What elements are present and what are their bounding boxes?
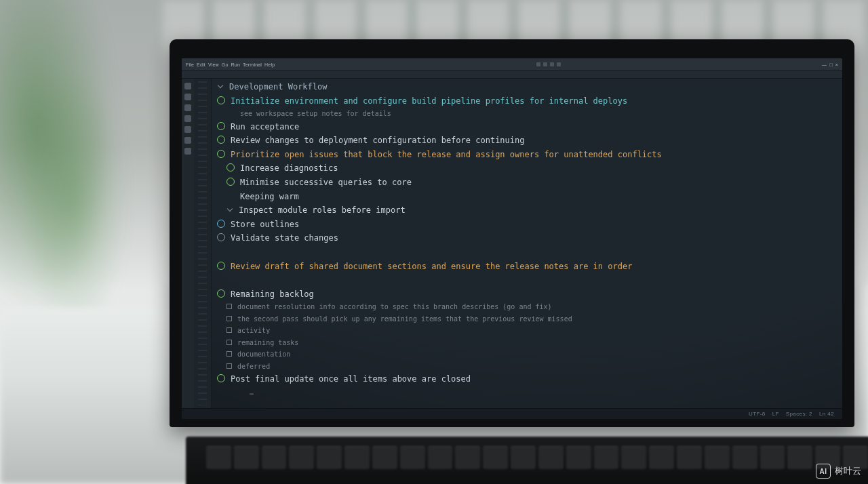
outline-item[interactable]: Review changes to deployment configurati…: [217, 134, 835, 148]
outline-item[interactable]: Remaining backlog: [217, 287, 835, 302]
outline-item[interactable]: Review draft of shared document sections…: [217, 260, 835, 274]
bullet-neutral-icon: [217, 233, 225, 241]
editor-pane[interactable]: Development WorkflowInitialize environme…: [212, 79, 842, 408]
checkbox-icon: [226, 304, 232, 309]
checkbox-icon: [226, 327, 232, 333]
line-text: Review changes to deployment configurati…: [231, 134, 835, 147]
watermark-text: 树叶云: [835, 465, 861, 477]
bullet-open-icon: [226, 178, 235, 186]
toolbar: [182, 70, 842, 79]
outline-item[interactable]: Keeping warm: [226, 190, 835, 204]
chevron-down-icon: [226, 207, 233, 214]
bullet-open-icon: [217, 96, 225, 104]
line-text: Run acceptance: [231, 121, 835, 134]
line-text: document resolution info according to sp…: [237, 302, 835, 312]
menu-item[interactable]: Terminal: [243, 62, 262, 67]
menu-item[interactable]: Run: [231, 62, 240, 67]
status-cursor[interactable]: Ln 42: [819, 411, 834, 417]
menu-item[interactable]: File: [186, 62, 194, 67]
checkbox-icon: [226, 340, 232, 345]
outline-blank: [217, 273, 835, 287]
outline-note[interactable]: …: [236, 386, 835, 399]
checkbox-icon: [226, 363, 232, 369]
bullet-open-icon: [217, 289, 225, 298]
activity-bar: [182, 79, 194, 408]
settings-icon[interactable]: [184, 148, 191, 155]
window-close-icon[interactable]: ×: [835, 62, 838, 67]
workarea: Development WorkflowInitialize environme…: [182, 79, 842, 408]
toolbar-pill-icon: [536, 62, 540, 66]
bullet-open-icon: [217, 150, 225, 158]
line-text: documentation: [237, 349, 835, 360]
scm-icon[interactable]: [184, 104, 191, 111]
outline-note[interactable]: activity: [226, 325, 835, 337]
search-icon[interactable]: [184, 94, 191, 100]
laptop-keyboard: [186, 437, 868, 484]
outline-note[interactable]: documentation: [226, 348, 835, 361]
window-minimize-icon[interactable]: —: [822, 62, 827, 67]
toolbar-pill-icon: [557, 62, 561, 66]
outline-item[interactable]: Prioritize open issues that block the re…: [217, 148, 835, 162]
outline-item[interactable]: Run acceptance: [217, 120, 835, 134]
laptop-frame: File Edit View Go Run Terminal Help — □ …: [170, 39, 854, 427]
outline-heading[interactable]: Development Workflow: [217, 80, 835, 94]
background-plant: [0, 0, 149, 352]
line-number-gutter: [194, 79, 212, 408]
line-text: Keeping warm: [240, 190, 835, 203]
menu-item[interactable]: Edit: [197, 62, 205, 67]
line-text: …: [250, 387, 835, 398]
outline-item[interactable]: Validate state changes: [217, 231, 835, 245]
outline-item[interactable]: Increase diagnostics: [226, 161, 835, 176]
debug-icon[interactable]: [184, 115, 191, 122]
outline-blank: [217, 245, 835, 260]
outline-note[interactable]: deferred: [226, 361, 835, 373]
outline-item[interactable]: Store outlines: [217, 218, 835, 232]
line-text: Inspect module roles before import: [239, 204, 835, 217]
line-text: Initialize environment and configure bui…: [231, 95, 835, 108]
outline-item[interactable]: Post final update once all items above a…: [217, 372, 835, 386]
line-text: deferred: [237, 361, 835, 372]
files-icon[interactable]: [184, 83, 191, 89]
menu-item[interactable]: Go: [222, 62, 229, 67]
line-text: Review draft of shared document sections…: [231, 260, 835, 273]
outline-note[interactable]: the second pass should pick up any remai…: [226, 313, 835, 325]
chevron-down-icon: [217, 83, 224, 90]
outline-note[interactable]: see workspace setup notes for details: [226, 108, 835, 120]
line-text: Validate state changes: [231, 232, 835, 245]
line-text: the second pass should pick up any remai…: [237, 314, 835, 325]
toolbar-pill-icon: [550, 62, 554, 66]
status-indent[interactable]: Spaces: 2: [786, 411, 812, 417]
menu-item[interactable]: View: [208, 62, 219, 67]
toolbar-pill-icon: [543, 62, 547, 66]
line-text: Post final update once all items above a…: [231, 373, 835, 386]
bullet-open-icon: [217, 136, 225, 144]
checkbox-icon: [226, 316, 232, 321]
outline-item[interactable]: Initialize environment and configure bui…: [217, 94, 835, 108]
line-text: see workspace setup notes for details: [240, 108, 835, 119]
line-text: remaining tasks: [237, 338, 835, 348]
outline-item[interactable]: Inspect module roles before import: [226, 203, 835, 218]
checkbox-icon: [226, 351, 232, 357]
bullet-open-icon: [226, 163, 235, 172]
outline-item[interactable]: Minimise successive queries to core: [226, 176, 835, 190]
window-maximize-icon[interactable]: □: [829, 62, 832, 67]
bullet-open-icon: [217, 262, 225, 270]
status-encoding[interactable]: UTF-8: [749, 411, 766, 417]
line-text: Development Workflow: [229, 81, 835, 94]
watermark: AI 树叶云: [816, 464, 861, 479]
outline-note[interactable]: document resolution info according to sp…: [226, 301, 835, 313]
line-text: Increase diagnostics: [240, 162, 835, 175]
bullet-open-icon: [217, 122, 225, 130]
extensions-icon[interactable]: [184, 126, 191, 133]
ide-screen: File Edit View Go Run Terminal Help — □ …: [182, 58, 842, 419]
outline-note[interactable]: remaining tasks: [226, 337, 835, 349]
menubar: File Edit View Go Run Terminal Help — □ …: [182, 58, 842, 70]
bullet-closed-icon: [217, 220, 225, 228]
test-icon[interactable]: [184, 137, 191, 144]
menu-item[interactable]: Help: [264, 62, 275, 67]
line-text: Store outlines: [231, 218, 835, 231]
line-text: Minimise successive queries to core: [240, 176, 835, 189]
bullet-open-icon: [217, 374, 225, 382]
status-eol[interactable]: LF: [772, 411, 779, 417]
line-text: Prioritize open issues that block the re…: [231, 148, 835, 161]
